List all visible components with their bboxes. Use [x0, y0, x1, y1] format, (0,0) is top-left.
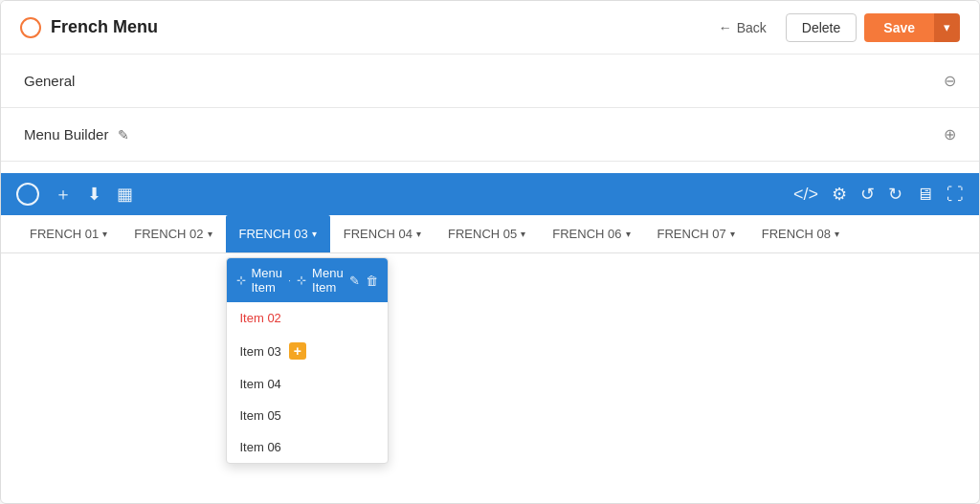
header-left: French Menu [20, 17, 158, 38]
dropdown-header-label1: Menu Item [252, 266, 283, 295]
menu-item-move-icon: ⊹ [236, 274, 246, 287]
menu-builder-left: Menu Builder ✎ [24, 126, 129, 142]
menu-item-move-icon2: ⊹ [297, 274, 306, 287]
french-03-dropdown: ⊹ Menu Item · ⊹ Menu Item ✎ 🗑 Item 02 [226, 257, 389, 464]
desktop-icon[interactable]: 🖥 [916, 185, 933, 205]
tab-french-07-chevron: ▾ [730, 229, 735, 239]
toolbar-logo-icon[interactable] [16, 183, 39, 206]
back-button[interactable]: ← Back [707, 14, 778, 41]
dropdown-header: ⊹ Menu Item · ⊹ Menu Item ✎ 🗑 [227, 258, 388, 302]
save-group: Save ▾ [864, 13, 960, 42]
content-area: General ⊖ Menu Builder ✎ ⊕ ＋ ⬇ ▦ </> ⚙ ↺ [1, 55, 979, 503]
header-separator: · [288, 274, 291, 286]
toolbar-left: ＋ ⬇ ▦ [16, 183, 133, 206]
add-icon[interactable]: + [289, 342, 306, 360]
add-item-icon[interactable]: ＋ [55, 183, 72, 206]
tab-french-06[interactable]: FRENCH 06 ▾ [539, 215, 643, 252]
tab-french-03-container: FRENCH 03 ▾ ⊹ Menu Item · ⊹ Menu Item ✎ … [226, 215, 330, 252]
dropdown-item-1[interactable]: Item 03 + [227, 334, 388, 368]
general-section[interactable]: General ⊖ [1, 55, 979, 108]
tab-french-01[interactable]: FRENCH 01 ▾ [16, 215, 121, 252]
tab-french-04-chevron: ▾ [416, 229, 421, 239]
grid-icon[interactable]: ▦ [117, 184, 133, 205]
dropdown-item-0[interactable]: Item 02 [227, 302, 388, 334]
undo-icon[interactable]: ↺ [860, 184, 875, 205]
tab-french-08-chevron: ▾ [835, 229, 839, 239]
tab-french-07[interactable]: FRENCH 07 ▾ [644, 215, 748, 252]
general-chevron-icon: ⊖ [944, 72, 956, 90]
menu-builder-edit-icon[interactable]: ✎ [118, 127, 129, 142]
tab-french-03-chevron: ▾ [312, 229, 317, 239]
dropdown-edit-button[interactable]: ✎ [349, 274, 360, 288]
menu-builder-chevron-icon: ⊕ [944, 125, 956, 143]
app-logo-icon [20, 17, 41, 38]
dropdown-header-actions: ✎ 🗑 [349, 274, 378, 288]
tab-french-01-chevron: ▾ [102, 229, 107, 239]
app-container: French Menu ← Back Delete Save ▾ General… [0, 0, 980, 504]
builder-toolbar: ＋ ⬇ ▦ </> ⚙ ↺ ↻ 🖥 ⛶ [1, 173, 979, 215]
header-right: ← Back Delete Save ▾ [707, 13, 960, 42]
redo-icon[interactable]: ↻ [888, 184, 902, 205]
tab-french-02-chevron: ▾ [208, 229, 212, 239]
general-section-title: General [24, 73, 75, 89]
tab-french-08[interactable]: FRENCH 08 ▾ [748, 215, 853, 252]
code-icon[interactable]: </> [793, 185, 818, 205]
fullscreen-icon[interactable]: ⛶ [947, 185, 964, 205]
dropdown-item-4[interactable]: Item 06 [227, 431, 388, 463]
page-title: French Menu [51, 17, 158, 37]
tab-french-06-chevron: ▾ [626, 229, 631, 239]
download-icon[interactable]: ⬇ [87, 184, 101, 205]
save-button[interactable]: Save [864, 13, 934, 42]
toolbar-right: </> ⚙ ↺ ↻ 🖥 ⛶ [793, 184, 964, 205]
tab-french-03[interactable]: FRENCH 03 ▾ [226, 215, 330, 252]
dropdown-item-2[interactable]: Item 04 [227, 368, 388, 400]
settings-icon[interactable]: ⚙ [832, 184, 847, 205]
tab-french-05-chevron: ▾ [521, 229, 525, 239]
tab-french-02[interactable]: FRENCH 02 ▾ [121, 215, 225, 252]
chevron-down-icon: ▾ [944, 20, 950, 34]
dropdown-delete-button[interactable]: 🗑 [366, 274, 378, 288]
save-dropdown-button[interactable]: ▾ [934, 13, 960, 42]
menu-builder-section[interactable]: Menu Builder ✎ ⊕ [1, 108, 979, 162]
dropdown-item-3[interactable]: Item 05 [227, 400, 388, 431]
header: French Menu ← Back Delete Save ▾ [1, 1, 979, 55]
tabs-row: FRENCH 01 ▾ FRENCH 02 ▾ FRENCH 03 ▾ ⊹ Me… [1, 215, 979, 253]
dropdown-header-label2: Menu Item [312, 266, 344, 295]
tab-french-05[interactable]: FRENCH 05 ▾ [434, 215, 539, 252]
back-arrow-icon: ← [719, 20, 732, 35]
tab-french-04[interactable]: FRENCH 04 ▾ [330, 215, 434, 252]
delete-button[interactable]: Delete [786, 13, 857, 42]
menu-builder-title: Menu Builder [24, 126, 108, 142]
